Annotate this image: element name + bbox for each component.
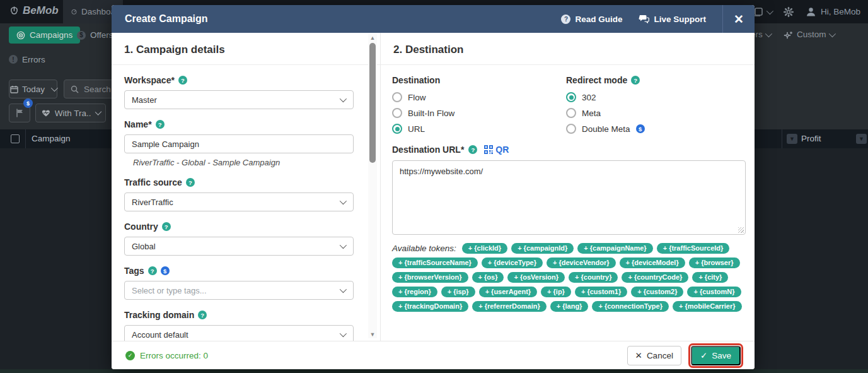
save-label: Save bbox=[712, 351, 731, 360]
token-pill[interactable]: {clickId} bbox=[462, 243, 507, 254]
bemob-logo[interactable]: BeMob bbox=[9, 4, 59, 17]
cancel-label: Cancel bbox=[647, 351, 673, 360]
token-pill[interactable]: {country} bbox=[569, 272, 618, 283]
token-pill[interactable]: {trafficSourceName} bbox=[392, 258, 478, 268]
name-input[interactable] bbox=[124, 134, 354, 153]
nav-offers[interactable]: $ Offers bbox=[77, 27, 113, 44]
token-pill[interactable]: {isp} bbox=[441, 287, 475, 297]
date-range-button[interactable]: Today bbox=[9, 80, 57, 98]
calendar-icon bbox=[10, 85, 18, 93]
save-button[interactable]: ✓ Save bbox=[691, 346, 741, 365]
user-menu[interactable]: Hi, BeMob bbox=[806, 6, 860, 17]
token-pill[interactable]: {region} bbox=[392, 287, 437, 297]
destination-column: 2. Destination Destination Flow bbox=[380, 33, 755, 341]
nav-errors[interactable]: ! Errors bbox=[9, 53, 45, 66]
redirect-mode-label: Redirect mode bbox=[566, 75, 627, 85]
nav-campaigns[interactable]: Campaigns bbox=[9, 27, 80, 44]
help-icon[interactable]: ? bbox=[156, 120, 165, 129]
token-pill[interactable]: {deviceType} bbox=[482, 258, 543, 268]
workspace-select[interactable]: Master bbox=[124, 90, 354, 109]
scroll-up-icon[interactable]: ▲ bbox=[369, 35, 376, 41]
live-support-link[interactable]: Live Support bbox=[639, 15, 706, 24]
token-pill[interactable]: {osVersion} bbox=[507, 272, 565, 283]
token-pill[interactable]: {custom2} bbox=[631, 287, 683, 297]
filter-funnel-icon[interactable]: ▼ bbox=[856, 134, 867, 144]
profit-column-header[interactable]: Profit bbox=[801, 134, 821, 143]
help-icon[interactable]: ? bbox=[631, 76, 640, 85]
radio-icon[interactable] bbox=[566, 92, 576, 102]
custom-columns-dropdown[interactable]: Custom bbox=[784, 30, 834, 39]
workspace-value: Master bbox=[132, 95, 157, 105]
help-icon[interactable]: ? bbox=[148, 266, 157, 275]
tracking-domain-field: Tracking domain? Account default bbox=[124, 310, 354, 344]
token-pill[interactable]: {customN} bbox=[687, 287, 741, 297]
destination-option[interactable]: Built-In Flow bbox=[392, 108, 566, 118]
select-all-checkbox[interactable] bbox=[11, 134, 20, 143]
destination-radio-group: Destination Flow Built-In Flow bbox=[392, 75, 566, 139]
token-pill[interactable]: {trackingDomain} bbox=[392, 301, 468, 312]
page-background-strip bbox=[0, 369, 868, 373]
token-pill[interactable]: {browserVersion} bbox=[392, 272, 468, 283]
help-icon[interactable]: ? bbox=[198, 311, 207, 319]
nav-campaigns-label: Campaigns bbox=[30, 30, 72, 40]
qr-link[interactable]: QR bbox=[484, 145, 509, 155]
filter-funnel-icon[interactable]: ▼ bbox=[787, 134, 797, 144]
token-pill[interactable]: {city} bbox=[692, 272, 728, 283]
modal-header: Create Campaign ? Read Guide Live Suppor… bbox=[112, 5, 755, 33]
scroll-down-icon[interactable]: ▼ bbox=[369, 331, 376, 338]
help-icon[interactable]: ? bbox=[178, 76, 187, 85]
x-icon: ✕ bbox=[635, 350, 642, 360]
close-icon[interactable]: ✕ bbox=[723, 5, 755, 33]
workspace-switcher[interactable] bbox=[753, 7, 772, 17]
country-select[interactable]: Global bbox=[124, 237, 354, 256]
tags-select[interactable]: Select or type tags... bbox=[124, 281, 354, 300]
redirect-option[interactable]: Meta bbox=[566, 108, 740, 118]
token-pill[interactable]: {deviceVendor} bbox=[547, 258, 616, 268]
errors-status-label: Errors occurred: 0 bbox=[140, 351, 208, 360]
cancel-button[interactable]: ✕ Cancel bbox=[627, 346, 681, 365]
radio-icon[interactable] bbox=[392, 108, 402, 118]
destination-heading: 2. Destination bbox=[381, 33, 755, 65]
radio-icon[interactable] bbox=[566, 124, 576, 134]
token-pill[interactable]: {campaignName} bbox=[577, 243, 652, 254]
token-pill[interactable]: {custom1} bbox=[575, 287, 627, 297]
chevron-down-icon bbox=[828, 30, 835, 37]
scrollbar[interactable]: ▲ ▼ bbox=[368, 34, 377, 338]
token-pill[interactable]: {connectionType} bbox=[592, 301, 669, 312]
token-pill[interactable]: {browser} bbox=[689, 258, 740, 268]
traffic-source-select[interactable]: RiverTraffic bbox=[124, 192, 354, 211]
token-pill[interactable]: {campaignId} bbox=[511, 243, 574, 254]
radio-icon[interactable] bbox=[392, 92, 402, 102]
token-pill[interactable]: {mobileCarrier} bbox=[673, 301, 742, 312]
token-pill[interactable]: {referrerDomain} bbox=[472, 301, 547, 312]
help-icon[interactable]: ? bbox=[162, 222, 171, 231]
token-pill[interactable]: {deviceModel} bbox=[620, 258, 685, 268]
destination-url-textarea[interactable]: https://mywebsite.com/ bbox=[392, 160, 746, 235]
token-pill[interactable]: {ip} bbox=[541, 287, 571, 297]
search-placeholder: Search bbox=[84, 85, 111, 94]
token-pill[interactable]: {lang} bbox=[550, 301, 589, 312]
modal-footer: ✓ Errors occurred: 0 ✕ Cancel ✓ Save bbox=[112, 341, 755, 369]
help-icon[interactable]: ? bbox=[186, 178, 195, 187]
settings-gear-icon[interactable] bbox=[783, 6, 794, 18]
destination-url-row: Destination URL* ? QR bbox=[381, 139, 755, 155]
nav-errors-label: Errors bbox=[22, 55, 45, 64]
chevron-down-icon bbox=[767, 7, 773, 14]
redirect-option[interactable]: Double Meta $ bbox=[566, 124, 740, 134]
token-pill[interactable]: {trafficSourceId} bbox=[657, 243, 730, 254]
radio-icon[interactable] bbox=[392, 124, 402, 134]
redirect-option[interactable]: 302 bbox=[566, 92, 740, 102]
scrollbar-thumb[interactable] bbox=[369, 43, 376, 163]
campaign-column-header[interactable]: Campaign bbox=[32, 134, 71, 143]
read-guide-link[interactable]: ? Read Guide bbox=[561, 15, 622, 24]
tracking-domain-value: Account default bbox=[132, 330, 188, 340]
radio-icon[interactable] bbox=[566, 108, 576, 118]
traffic-filter-dropdown[interactable]: With Tra... bbox=[35, 104, 106, 122]
destination-option[interactable]: Flow bbox=[392, 92, 566, 102]
destination-option[interactable]: URL bbox=[392, 124, 566, 134]
radio-label: 302 bbox=[582, 93, 596, 102]
token-pill[interactable]: {countryCode} bbox=[622, 272, 688, 283]
token-pill[interactable]: {os} bbox=[472, 272, 504, 283]
help-icon[interactable]: ? bbox=[468, 145, 477, 154]
token-pill[interactable]: {userAgent} bbox=[479, 287, 537, 297]
